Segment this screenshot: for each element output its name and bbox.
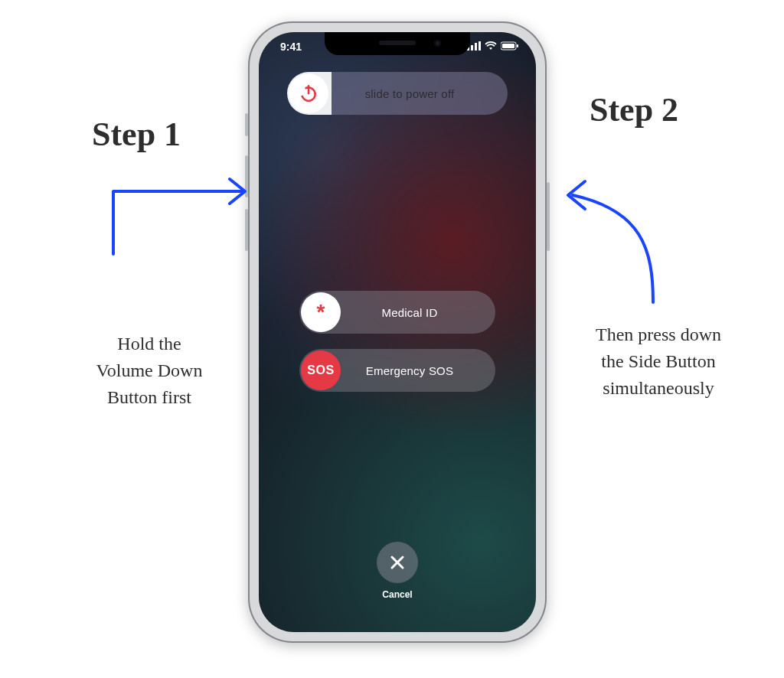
step2-body: Then press down the Side Button simultan… — [570, 321, 746, 401]
emergency-sos-label: Emergency SOS — [342, 364, 495, 377]
cancel-button[interactable] — [377, 542, 418, 583]
power-off-slider[interactable]: slide to power off — [287, 72, 508, 115]
sos-icon: SOS — [307, 363, 334, 377]
svg-rect-2 — [475, 43, 477, 51]
svg-rect-5 — [502, 44, 514, 48]
notch — [325, 32, 470, 55]
cancel-label: Cancel — [377, 589, 418, 600]
iphone-mockup: 9:41 — [248, 21, 547, 643]
phone-screen: 9:41 — [259, 32, 536, 632]
svg-rect-1 — [471, 45, 473, 51]
close-icon — [389, 554, 406, 571]
medical-id-knob[interactable]: * — [301, 292, 341, 332]
step1-arrow — [107, 161, 260, 260]
wifi-icon — [485, 41, 497, 51]
status-time: 9:41 — [280, 41, 302, 53]
battery-icon — [501, 41, 519, 51]
medical-id-slider[interactable]: * Medical ID — [299, 291, 495, 334]
step2-title: Step 2 — [590, 90, 678, 129]
power-off-label: slide to power off — [330, 87, 508, 100]
step1-title: Step 1 — [92, 115, 181, 154]
step1-body: Hold the Volume Down Button first — [73, 331, 226, 410]
status-icons — [467, 41, 519, 51]
svg-rect-3 — [479, 41, 481, 51]
power-off-knob[interactable] — [289, 73, 328, 113]
svg-rect-6 — [517, 44, 518, 47]
silent-switch — [245, 113, 248, 136]
asterisk-icon: * — [317, 300, 325, 324]
medical-id-label: Medical ID — [342, 306, 495, 319]
step2-arrow — [557, 142, 680, 310]
emergency-sos-slider[interactable]: SOS Emergency SOS — [299, 349, 495, 392]
cancel-group: Cancel — [377, 542, 418, 600]
sos-knob[interactable]: SOS — [301, 350, 341, 390]
power-icon — [299, 83, 318, 103]
